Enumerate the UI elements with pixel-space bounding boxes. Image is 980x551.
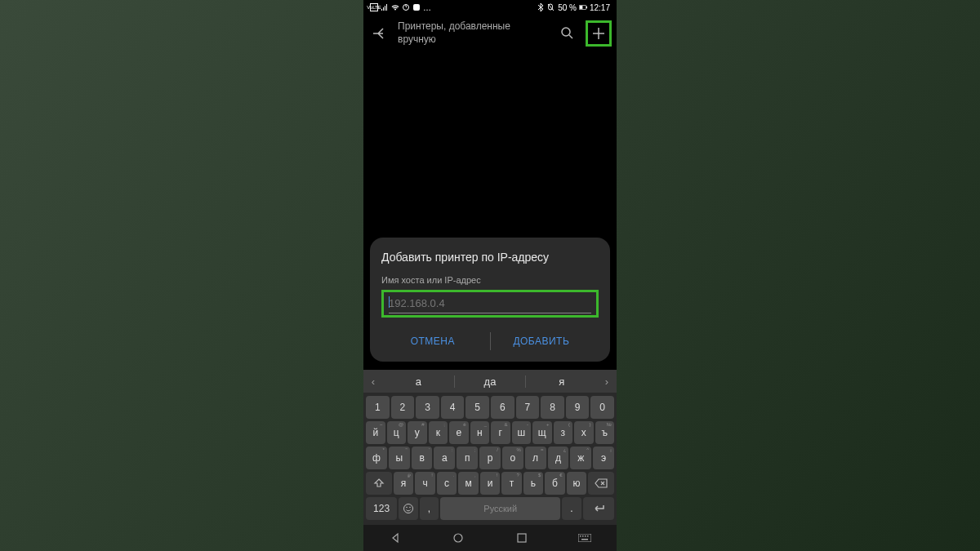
- key-numeric[interactable]: 123: [366, 497, 397, 520]
- bluetooth-icon: [537, 3, 545, 11]
- dialog-title: Добавить принтер по IP-адресу: [381, 251, 599, 264]
- ip-address-input[interactable]: [389, 295, 591, 313]
- key-й[interactable]: й~: [366, 421, 385, 444]
- page-title: Принтеры, добавленные вручную: [398, 20, 550, 46]
- app-header: Принтеры, добавленные вручную: [363, 15, 617, 52]
- svg-rect-14: [585, 535, 586, 537]
- key-ь[interactable]: ь$: [523, 472, 543, 495]
- key-м[interactable]: м,: [458, 472, 478, 495]
- confirm-button[interactable]: ДОБАВИТЬ: [497, 329, 586, 353]
- keyboard: 1234567890 й~ц@у#к;еён_г&ш-щ+з(х)ъ№ ф*ы"…: [363, 393, 617, 525]
- key-7[interactable]: 7: [516, 396, 540, 419]
- svg-rect-3: [580, 6, 583, 9]
- key-backspace[interactable]: [588, 472, 614, 495]
- key-л[interactable]: л=: [525, 447, 546, 469]
- key-щ[interactable]: щ+: [532, 421, 552, 444]
- nav-back[interactable]: [375, 532, 416, 544]
- key-space[interactable]: Русский: [440, 497, 560, 520]
- svg-point-9: [454, 534, 462, 542]
- signal-icon: [381, 3, 389, 11]
- dialog-field-label: Имя хоста или IP-адрес: [381, 275, 599, 285]
- search-button[interactable]: [556, 22, 579, 45]
- key-х[interactable]: х): [574, 421, 594, 444]
- viber-icon: [412, 3, 421, 11]
- key-е[interactable]: её: [449, 421, 469, 444]
- svg-rect-12: [580, 535, 581, 537]
- key-ч[interactable]: ч!: [415, 472, 434, 495]
- suggestion-expand[interactable]: ‹: [363, 375, 383, 388]
- key-а[interactable]: а:: [434, 447, 455, 469]
- key-ц[interactable]: ц@: [387, 421, 407, 444]
- nav-keyboard-toggle[interactable]: [564, 534, 605, 542]
- status-bar: VoLTE … 50 %: [363, 0, 617, 15]
- volte-icon: VoLTE: [370, 3, 378, 11]
- cancel-button[interactable]: ОТМЕНА: [394, 329, 471, 353]
- key-2[interactable]: 2: [391, 396, 415, 419]
- more-icon: …: [423, 3, 431, 12]
- key-3[interactable]: 3: [416, 396, 439, 419]
- svg-rect-16: [581, 539, 588, 540]
- key-п[interactable]: п;: [457, 447, 478, 469]
- battery-percent: 50 %: [558, 3, 577, 12]
- status-time: 12:17: [590, 3, 610, 12]
- key-у[interactable]: у#: [408, 421, 427, 444]
- svg-point-6: [403, 504, 412, 513]
- key-ы[interactable]: ы": [389, 447, 410, 469]
- key-ъ[interactable]: ъ№: [595, 421, 615, 444]
- ip-input-highlight: [381, 290, 599, 318]
- text-cursor: [389, 296, 390, 308]
- back-button[interactable]: [368, 22, 391, 45]
- key-period[interactable]: .: [562, 497, 581, 520]
- key-з[interactable]: з(: [554, 421, 573, 444]
- svg-rect-10: [518, 534, 526, 542]
- key-к[interactable]: к;: [429, 421, 448, 444]
- key-4[interactable]: 4: [441, 396, 465, 419]
- svg-point-5: [562, 28, 570, 36]
- key-б[interactable]: б€: [545, 472, 564, 495]
- key-0[interactable]: 0: [590, 396, 614, 419]
- key-ю[interactable]: ю: [567, 472, 586, 495]
- key-э[interactable]: э¡: [593, 447, 614, 469]
- key-с[interactable]: с.: [437, 472, 457, 495]
- svg-rect-15: [587, 535, 589, 537]
- key-emoji[interactable]: [399, 497, 418, 520]
- suggestion-1[interactable]: а: [383, 375, 454, 388]
- key-р[interactable]: р/: [479, 447, 501, 469]
- key-8[interactable]: 8: [541, 396, 564, 419]
- nav-home[interactable]: [438, 532, 479, 544]
- key-comma[interactable]: ,: [420, 497, 439, 520]
- suggestion-more[interactable]: ›: [597, 375, 617, 388]
- key-enter[interactable]: [583, 497, 614, 520]
- key-ж[interactable]: ж^: [570, 447, 591, 469]
- svg-rect-1: [413, 4, 420, 11]
- svg-point-8: [409, 507, 411, 509]
- suggestion-2[interactable]: да: [454, 375, 527, 388]
- nav-recent[interactable]: [501, 533, 542, 543]
- key-о[interactable]: о%: [502, 447, 523, 469]
- suggestion-3[interactable]: я: [526, 375, 597, 388]
- key-ш[interactable]: ш-: [512, 421, 532, 444]
- navigation-bar: [363, 525, 617, 551]
- wifi-icon: [391, 3, 399, 11]
- content-area: Добавить принтер по IP-адресу Имя хоста …: [363, 52, 617, 370]
- key-я[interactable]: я₽: [394, 472, 413, 495]
- phone-frame: VoLTE … 50 %: [363, 0, 617, 551]
- key-shift[interactable]: [366, 472, 392, 495]
- key-н[interactable]: н_: [470, 421, 490, 444]
- key-г[interactable]: г&: [491, 421, 510, 444]
- svg-point-7: [406, 507, 408, 509]
- key-5[interactable]: 5: [466, 396, 489, 419]
- key-1[interactable]: 1: [366, 396, 390, 419]
- key-в[interactable]: в': [412, 447, 433, 469]
- key-т[interactable]: т?: [501, 472, 521, 495]
- key-ф[interactable]: ф*: [366, 447, 387, 469]
- keyboard-suggestions: ‹ а да я ›: [363, 370, 617, 393]
- key-6[interactable]: 6: [491, 396, 514, 419]
- key-9[interactable]: 9: [566, 396, 590, 419]
- mute-icon: [547, 3, 555, 11]
- key-д[interactable]: д¿: [548, 447, 569, 469]
- svg-rect-13: [582, 535, 584, 537]
- svg-rect-11: [578, 534, 591, 542]
- key-и[interactable]: и!: [480, 472, 500, 495]
- add-button[interactable]: [586, 20, 612, 47]
